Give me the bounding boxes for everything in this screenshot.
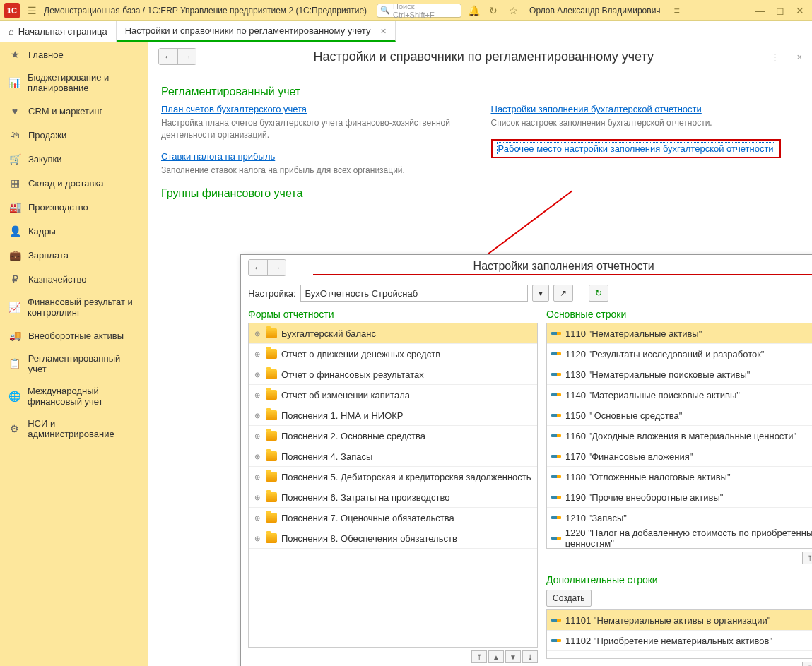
minimize-icon[interactable]: —	[753, 3, 768, 18]
list-top-button[interactable]: ⤒	[802, 552, 812, 564]
sidebar-label: Закупки	[28, 154, 61, 165]
list-down-button[interactable]: ▼	[505, 650, 521, 663]
sidebar-item[interactable]: 📊Бюджетирование и планирование	[0, 66, 148, 99]
tab-close-icon[interactable]: ×	[380, 25, 386, 37]
list-top-button[interactable]: ⤒	[471, 650, 487, 663]
sidebar-label: Кадры	[28, 226, 56, 237]
expand-icon[interactable]: ⊕	[253, 350, 261, 358]
form-row[interactable]: ⊕Отчет об изменении капитала	[249, 385, 537, 405]
sidebar-icon: ₽	[8, 273, 21, 285]
sidebar-item[interactable]: 🏭Производство	[0, 195, 148, 219]
form-row[interactable]: ⊕Пояснения 8. Обеспечения обязательств	[249, 528, 537, 549]
maximize-icon[interactable]: ◻	[772, 3, 788, 18]
star-icon[interactable]: ☆	[505, 3, 521, 18]
expand-icon[interactable]: ⊕	[253, 535, 261, 542]
main-rows-list[interactable]: 1110 "Нематериальные активы"1120 "Резуль…	[546, 323, 812, 549]
main-row[interactable]: 1220 "Налог на добавленную стоимость по …	[547, 528, 812, 549]
expand-icon[interactable]: ⊕	[253, 391, 261, 399]
sidebar-item[interactable]: 📋Регламентированный учет	[0, 347, 148, 380]
row-label: 1180 "Отложенные налоговые активы"	[565, 472, 731, 482]
sidebar-item[interactable]: 🚚Внеоборотные активы	[0, 323, 148, 347]
global-search[interactable]: 🔍 Поиск Ctrl+Shift+F	[377, 4, 461, 18]
sidebar-item[interactable]: 💼Зарплата	[0, 243, 148, 267]
sidebar-item[interactable]: ▦Склад и доставка	[0, 171, 148, 195]
main-row[interactable]: 1150 " Основные средства"	[547, 405, 812, 426]
dropdown-button[interactable]: ▾	[532, 285, 549, 302]
sidebar-icon: ★	[8, 48, 21, 61]
row-icon	[551, 434, 561, 437]
expand-icon[interactable]: ⊕	[253, 330, 261, 338]
user-name[interactable]: Орлов Александр Владимирович	[529, 6, 661, 16]
expand-icon[interactable]: ⊕	[253, 473, 261, 481]
form-row[interactable]: ⊕Отчет о финансовых результатах	[249, 364, 537, 385]
form-row[interactable]: ⊕Бухгалтерский баланс	[249, 323, 537, 344]
main-row[interactable]: 1130 "Нематериальные поисковые активы"	[547, 364, 812, 385]
form-label: Бухгалтерский баланс	[281, 328, 376, 339]
main-row[interactable]: 1160 "Доходные вложения в материальные ц…	[547, 426, 812, 446]
form-row[interactable]: ⊕Пояснения 4. Запасы	[249, 446, 537, 467]
nav-fwd-button[interactable]: →	[177, 49, 196, 64]
tab-active[interactable]: Настройки и справочники по регламентиров…	[117, 21, 396, 42]
form-row[interactable]: ⊕Пояснения 7. Оценочные обязательства	[249, 508, 537, 528]
link-report-settings[interactable]: Настройки заполнения бухгалтерской отчет…	[491, 104, 702, 114]
extra-row[interactable]: 11102 "Приобретение нематериальных актив…	[547, 631, 812, 651]
list-bottom-button[interactable]: ⤓	[522, 650, 538, 663]
open-button[interactable]: ↗	[553, 285, 573, 302]
bell-icon[interactable]: 🔔	[466, 3, 481, 18]
main-row[interactable]: 1180 "Отложенные налоговые активы"	[547, 467, 812, 487]
main-row[interactable]: 1170 "Финансовые вложения"	[547, 446, 812, 467]
form-row[interactable]: ⊕Пояснения 1. НМА и НИОКР	[249, 405, 537, 426]
sidebar-item[interactable]: ♥CRM и маркетинг	[0, 99, 148, 123]
link-workplace[interactable]: Рабочее место настройки заполнения бухга…	[497, 142, 775, 155]
form-row[interactable]: ⊕Пояснения 5. Дебиторская и кредиторская…	[249, 467, 537, 487]
list-top-button[interactable]: ⤒	[802, 662, 812, 666]
expand-icon[interactable]: ⊕	[253, 412, 261, 420]
expand-icon[interactable]: ⊕	[253, 453, 261, 460]
sidebar-item[interactable]: 📈Финансовый результат и контроллинг	[0, 291, 148, 323]
user-menu-icon[interactable]: ≡	[669, 3, 685, 18]
refresh-button[interactable]: ↻	[589, 285, 608, 302]
setting-input[interactable]: БухОтчетность Стройснаб	[300, 285, 528, 302]
form-label: Пояснения 8. Обеспечения обязательств	[281, 533, 457, 544]
form-row[interactable]: ⊕Пояснения 2. Основные средства	[249, 426, 537, 446]
app-logo: 1C	[4, 3, 20, 18]
dlg-nav-back[interactable]: ←	[249, 260, 267, 275]
sidebar-item[interactable]: ★Главное	[0, 42, 148, 66]
create-button[interactable]: Создать	[546, 590, 592, 607]
sidebar-item[interactable]: 🛒Закупки	[0, 147, 148, 171]
sidebar-item[interactable]: ₽Казначейство	[0, 267, 148, 291]
tab-home[interactable]: ⌂ Начальная страница	[0, 21, 117, 42]
sidebar: ★Главное📊Бюджетирование и планирование♥C…	[0, 42, 148, 666]
extra-rows-list[interactable]: 11101 "Нематериальные активы в организац…	[546, 609, 812, 659]
sidebar-item[interactable]: ⚙НСИ и администрирование	[0, 412, 148, 445]
row-label: 1120 "Результаты исследований и разработ…	[565, 349, 764, 359]
main-row[interactable]: 1120 "Результаты исследований и разработ…	[547, 344, 812, 364]
main-row[interactable]: 1110 "Нематериальные активы"	[547, 323, 812, 344]
row-label: 1150 " Основные средства"	[565, 410, 682, 421]
menu-icon[interactable]: ☰	[24, 3, 40, 18]
sidebar-item[interactable]: 👤Кадры	[0, 219, 148, 243]
history-icon[interactable]: ↻	[486, 3, 501, 18]
form-row[interactable]: ⊕Пояснения 6. Затраты на производство	[249, 487, 537, 508]
page-menu-icon[interactable]: ⋮	[770, 52, 779, 62]
page-close-icon[interactable]: ×	[796, 52, 802, 62]
list-up-button[interactable]: ▲	[488, 650, 504, 663]
main-row[interactable]: 1190 "Прочие внеоборотные активы"	[547, 487, 812, 508]
close-window-icon[interactable]: ✕	[792, 3, 808, 18]
main-row[interactable]: 1210 "Запасы"	[547, 508, 812, 528]
sidebar-item[interactable]: 🛍Продажи	[0, 123, 148, 147]
nav-back-button[interactable]: ←	[159, 49, 177, 64]
main-row[interactable]: 1140 "Материальные поисковые активы"	[547, 385, 812, 405]
expand-icon[interactable]: ⊕	[253, 514, 261, 522]
expand-icon[interactable]: ⊕	[253, 371, 261, 379]
extra-row[interactable]: 11101 "Нематериальные активы в организац…	[547, 610, 812, 631]
link-chart-of-accounts[interactable]: План счетов бухгалтерского учета	[161, 104, 307, 114]
folder-icon	[266, 492, 277, 502]
forms-list[interactable]: ⊕Бухгалтерский баланс⊕Отчет о движении д…	[248, 323, 538, 648]
expand-icon[interactable]: ⊕	[253, 494, 261, 501]
link-tax-rates[interactable]: Ставки налога на прибыль	[161, 151, 275, 162]
dlg-nav-fwd[interactable]: →	[267, 260, 286, 275]
form-row[interactable]: ⊕Отчет о движении денежных средств	[249, 344, 537, 364]
sidebar-item[interactable]: 🌐Международный финансовый учет	[0, 380, 148, 412]
expand-icon[interactable]: ⊕	[253, 432, 261, 440]
